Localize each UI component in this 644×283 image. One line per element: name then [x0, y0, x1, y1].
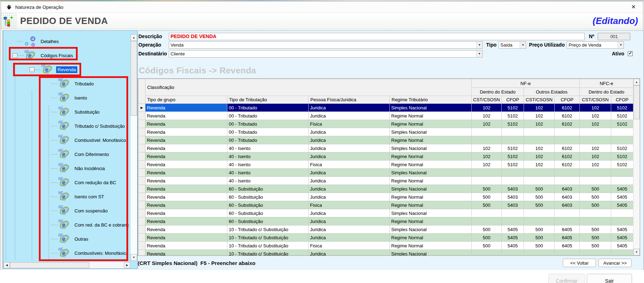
cell-cst-nfce[interactable]: 102: [580, 161, 611, 169]
cell-cst-nfce[interactable]: 500: [580, 201, 611, 209]
cell-tipo-tributacao[interactable]: 60 - Substituição: [227, 209, 309, 217]
cell-tipo-tributacao[interactable]: 00 - Tributado: [227, 120, 309, 128]
cell-cfop-nfe-outros[interactable]: 6405: [555, 242, 580, 250]
cell-pessoa[interactable]: Fisica: [309, 161, 390, 169]
cell-regime[interactable]: Regime Normal: [390, 193, 472, 201]
table-row[interactable]: ▶ Revenda 40 - Isento Juridica Simples N…: [138, 144, 633, 152]
cell-cfop-nfe-dentro[interactable]: [502, 250, 524, 256]
scroll-up-icon[interactable]: ▲: [131, 34, 137, 41]
cell-cst-nfce[interactable]: 500: [580, 193, 611, 201]
cell-regime[interactable]: Simples Nacional: [390, 104, 472, 112]
table-row[interactable]: ▶ Revenda 60 - Substituição Juridica Reg…: [138, 217, 633, 225]
cell-cst-nfce[interactable]: 102: [580, 112, 611, 120]
table-row[interactable]: ▶ Revenda 10 - Tributado c/ Substituição…: [138, 225, 633, 234]
cell-cst-nfe-dentro[interactable]: 500: [472, 185, 502, 193]
cell-regime[interactable]: Regime Normal: [390, 112, 472, 120]
tree-item[interactable]: ⚙⚙⚙ NF e Combustível: Monofásico: [3, 133, 130, 147]
cell-cst-nfe-outros[interactable]: [524, 128, 555, 136]
descricao-input[interactable]: [169, 33, 585, 40]
cell-cst-nfce[interactable]: [580, 209, 611, 217]
cell-regime[interactable]: Simples Nacional: [390, 250, 472, 256]
cell-cst-nfe-dentro[interactable]: [472, 209, 502, 217]
cell-tipo-grupo[interactable]: Revenda: [145, 104, 227, 112]
cell-tipo-tributacao[interactable]: 40 - Isento: [227, 177, 309, 185]
preco-utilizado-select[interactable]: Preço de Venda▼: [567, 41, 624, 49]
scroll-left-icon[interactable]: ◀: [4, 262, 10, 268]
cell-tipo-tributacao[interactable]: 00 - Tributado: [227, 104, 309, 112]
cell-regime[interactable]: Regime Normal: [390, 242, 472, 250]
cell-cfop-nfce[interactable]: [611, 209, 633, 217]
table-row[interactable]: ▶ Revenda 60 - Substituição Juridica Sim…: [138, 209, 633, 217]
cell-cfop-nfce[interactable]: 5102: [611, 120, 633, 128]
cell-tipo-grupo[interactable]: Revenda: [145, 193, 227, 201]
cell-cfop-nfe-dentro[interactable]: [502, 169, 524, 177]
cell-cst-nfe-outros[interactable]: 500: [524, 225, 555, 234]
cell-cst-nfe-dentro[interactable]: [472, 177, 502, 185]
tree-expander[interactable]: -: [13, 53, 17, 58]
cell-cfop-nfe-outros[interactable]: [555, 177, 580, 185]
cell-cst-nfe-dentro[interactable]: 102: [472, 120, 502, 128]
cell-cfop-nfe-outros[interactable]: 6102: [555, 104, 580, 112]
cell-cfop-nfe-dentro[interactable]: 5102: [502, 152, 524, 161]
cell-tipo-grupo[interactable]: Revenda: [145, 144, 227, 152]
ativo-checkbox[interactable]: ✓: [628, 51, 633, 56]
cell-cfop-nfe-outros[interactable]: 6102: [555, 161, 580, 169]
cell-cst-nfe-outros[interactable]: [524, 250, 555, 256]
cell-cfop-nfce[interactable]: 5102: [611, 112, 633, 120]
cell-tipo-tributacao[interactable]: 60 - Substituição: [227, 185, 309, 193]
tree-item[interactable]: ⚙⚙⚙ NF e Isento com ST: [3, 189, 130, 204]
cell-cst-nfce[interactable]: 102: [580, 104, 611, 112]
table-row[interactable]: ▶ Revenda 00 - Tributado Juridica Regime…: [138, 112, 633, 120]
cell-pessoa[interactable]: Juridica: [309, 217, 390, 225]
tree-vscroll-thumb[interactable]: [131, 41, 137, 116]
cell-cst-nfe-outros[interactable]: 500: [524, 234, 555, 242]
cell-cst-nfe-dentro[interactable]: 102: [472, 152, 502, 161]
cell-cst-nfe-outros[interactable]: 102: [524, 104, 555, 112]
cell-cfop-nfe-dentro[interactable]: [502, 209, 524, 217]
cell-regime[interactable]: Regime Normal: [390, 217, 472, 225]
cell-cst-nfe-dentro[interactable]: 500: [472, 242, 502, 250]
cell-cst-nfe-dentro[interactable]: 102: [472, 112, 502, 120]
cell-tipo-grupo[interactable]: Revenda: [145, 169, 227, 177]
cell-cst-nfe-outros[interactable]: 102: [524, 152, 555, 161]
cell-cfop-nfe-dentro[interactable]: 5102: [502, 144, 524, 152]
cell-regime[interactable]: Simples Nacional: [390, 169, 472, 177]
table-row[interactable]: ▶ Revenda 60 - Substituição Fisica Regim…: [138, 201, 633, 209]
cell-cfop-nfe-outros[interactable]: [555, 250, 580, 256]
cell-cfop-nfe-dentro[interactable]: [502, 217, 524, 225]
cell-cfop-nfe-outros[interactable]: 6102: [555, 144, 580, 152]
cell-cst-nfe-outros[interactable]: 102: [524, 112, 555, 120]
cell-cst-nfe-dentro[interactable]: 500: [472, 225, 502, 234]
table-row[interactable]: ▶ Revenda 10 - Tributado c/ Substituição…: [138, 250, 633, 256]
cell-regime[interactable]: Regime Normal: [390, 152, 472, 161]
cell-cst-nfe-outros[interactable]: 500: [524, 242, 555, 250]
cell-regime[interactable]: Regime Normal: [390, 120, 472, 128]
cell-cfop-nfe-outros[interactable]: 6403: [555, 193, 580, 201]
cell-pessoa[interactable]: Juridica: [309, 193, 390, 201]
cell-cfop-nfe-outros[interactable]: 6102: [555, 152, 580, 161]
cell-cfop-nfe-dentro[interactable]: 5102: [502, 120, 524, 128]
table-row[interactable]: ▶ Revenda 40 - Isento Juridica Regime No…: [138, 152, 633, 161]
cell-cst-nfce[interactable]: 102: [580, 144, 611, 152]
cell-cfop-nfce[interactable]: 5405: [611, 193, 633, 201]
titlebar[interactable]: Natureza de Operação ✕: [1, 1, 643, 13]
cell-pessoa[interactable]: Juridica: [309, 144, 390, 152]
cell-tipo-grupo[interactable]: Revenda: [145, 209, 227, 217]
cell-cst-nfce[interactable]: [580, 217, 611, 225]
tree-item[interactable]: ⚙⚙⚙ NF e Tributado: [3, 77, 130, 91]
cell-tipo-grupo[interactable]: Revenda: [145, 225, 227, 234]
cell-cst-nfe-outros[interactable]: 102: [524, 120, 555, 128]
cell-tipo-tributacao[interactable]: 40 - Isento: [227, 152, 309, 161]
operacao-select[interactable]: Venda▼: [169, 41, 483, 49]
cell-cfop-nfe-outros[interactable]: [555, 209, 580, 217]
tree-item[interactable]: ⚙⚙⚙ NF e Com red. da BC e cobranç: [3, 218, 130, 232]
cell-tipo-grupo[interactable]: Revenda: [145, 128, 227, 136]
scroll-up-icon[interactable]: ▲: [633, 79, 640, 85]
cell-cfop-nfce[interactable]: 5405: [611, 234, 633, 242]
cell-cfop-nfce[interactable]: 5102: [611, 144, 633, 152]
cell-cst-nfe-dentro[interactable]: [472, 136, 502, 144]
avancar-button[interactable]: Avancar >>: [598, 259, 632, 267]
cell-cfop-nfe-dentro[interactable]: [502, 128, 524, 136]
cell-tipo-grupo[interactable]: Revenda: [145, 234, 227, 242]
tree-item[interactable]: ⚙⚙⚙ NF e Substituição: [3, 105, 130, 119]
